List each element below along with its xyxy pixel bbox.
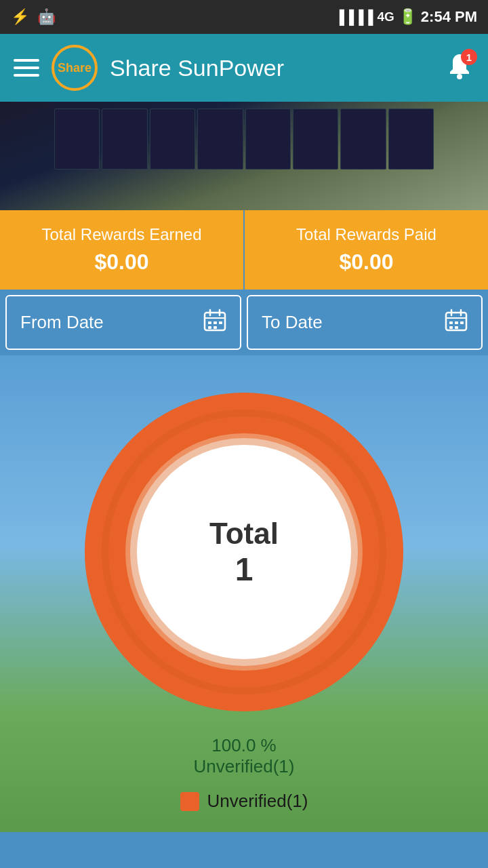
svg-rect-14 xyxy=(449,321,453,324)
hamburger-menu-button[interactable] xyxy=(14,59,39,77)
to-date-button[interactable]: To Date xyxy=(247,295,483,350)
donut-total-value: 1 xyxy=(209,551,279,588)
svg-rect-16 xyxy=(460,321,464,324)
signal-type-label: 4G xyxy=(377,9,394,24)
svg-rect-17 xyxy=(449,326,453,329)
donut-total-label: Total xyxy=(209,517,279,551)
rewards-paid-amount: $0.00 xyxy=(339,250,393,275)
legend-label-unverified: Unverified(1) xyxy=(207,791,308,812)
logo-text: Share xyxy=(58,61,92,75)
to-date-label: To Date xyxy=(262,312,323,333)
solar-panel xyxy=(340,108,386,170)
notification-button[interactable]: 1 xyxy=(445,52,474,84)
svg-rect-9 xyxy=(214,326,217,329)
time-label: 2:54 PM xyxy=(421,8,477,26)
app-bar: Share Share SunPower 1 xyxy=(0,34,488,102)
app-logo: Share xyxy=(52,45,98,91)
svg-rect-15 xyxy=(455,321,458,324)
status-left-icons: ⚡ 🤖 xyxy=(11,8,56,26)
rewards-section: Total Rewards Earned $0.00 Total Rewards… xyxy=(0,210,488,290)
rewards-paid-card: Total Rewards Paid $0.00 xyxy=(245,210,488,290)
to-date-calendar-icon xyxy=(445,309,468,336)
chart-category: Unverified(1) xyxy=(194,756,295,777)
svg-rect-8 xyxy=(208,326,211,329)
status-bar: ⚡ 🤖 ▐▐▐▐ 4G 🔋 2:54 PM xyxy=(0,0,488,34)
svg-rect-6 xyxy=(214,321,217,324)
chart-info: 100.0 % Unverified(1) xyxy=(194,735,295,777)
donut-center-text: Total 1 xyxy=(209,517,279,588)
solar-panel xyxy=(293,108,338,170)
solar-panel xyxy=(197,108,243,170)
rewards-earned-card: Total Rewards Earned $0.00 xyxy=(0,210,245,290)
svg-point-0 xyxy=(457,74,462,79)
chart-percentage: 100.0 % xyxy=(194,735,295,756)
rewards-paid-label: Total Rewards Paid xyxy=(296,225,436,244)
app-title: Share SunPower xyxy=(110,55,432,81)
battery-icon: 🔋 xyxy=(399,8,417,26)
from-date-button[interactable]: From Date xyxy=(5,295,241,350)
svg-rect-5 xyxy=(208,321,211,324)
legend-dot-unverified xyxy=(180,792,199,811)
rewards-earned-label: Total Rewards Earned xyxy=(41,225,201,244)
svg-rect-18 xyxy=(455,326,458,329)
usb-icon: ⚡ xyxy=(11,8,29,26)
rewards-earned-amount: $0.00 xyxy=(94,250,148,275)
hero-image xyxy=(0,102,488,210)
status-right: ▐▐▐▐ 4G 🔋 2:54 PM xyxy=(335,8,477,26)
solar-panel xyxy=(245,108,291,170)
solar-panel xyxy=(150,108,195,170)
donut-chart-container: Total 1 xyxy=(68,376,420,728)
solar-panel xyxy=(102,108,147,170)
solar-panels xyxy=(54,108,434,170)
from-date-calendar-icon xyxy=(203,309,226,336)
svg-rect-7 xyxy=(219,321,222,324)
chart-area: Total 1 100.0 % Unverified(1) Unverified… xyxy=(0,355,488,832)
notification-badge: 1 xyxy=(461,49,477,65)
from-date-label: From Date xyxy=(20,312,104,333)
solar-panel xyxy=(388,108,434,170)
legend-section: Unverified(1) xyxy=(167,791,322,812)
android-icon: 🤖 xyxy=(37,8,56,26)
date-filter-section: From Date To Date xyxy=(0,290,488,355)
signal-bars-icon: ▐▐▐▐ xyxy=(335,9,373,25)
solar-panel xyxy=(54,108,100,170)
